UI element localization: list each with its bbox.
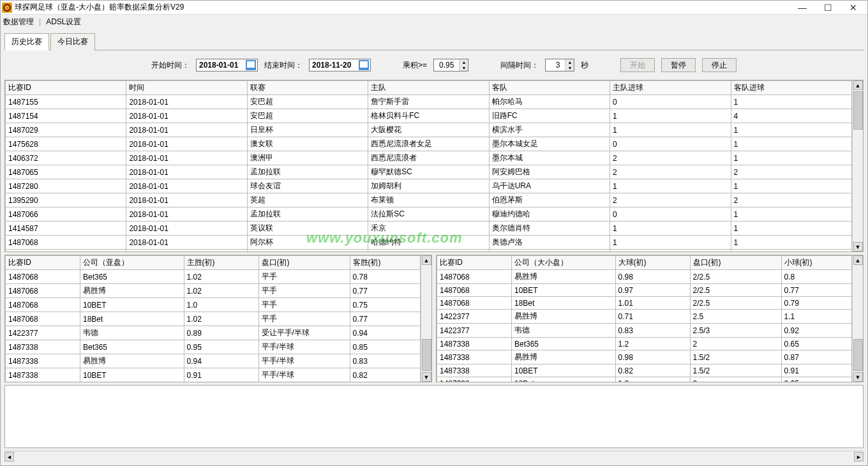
column-header[interactable]: 小球(初) [781,256,852,270]
table-cell: 易胜博 [512,310,616,324]
chevron-down-icon[interactable]: ▼ [459,65,468,71]
column-header[interactable]: 联赛 [247,81,368,95]
column-header[interactable]: 客队 [489,81,610,95]
start-button[interactable]: 开始 [620,58,655,72]
table-cell: 0.87 [781,350,852,365]
close-button[interactable]: ✕ [841,1,866,14]
column-header[interactable]: 客胜(初) [350,256,421,270]
table-row[interactable]: 14063722018-01-01澳洲甲西悉尼流浪者墨尔本城21 [6,151,852,165]
table-row[interactable]: 1487068易胜博0.982/2.50.8 [437,270,852,284]
mult-spinner[interactable]: 0.95 ▲▼ [433,59,468,71]
bottom-scrollbar[interactable]: ◄ ► [4,451,864,462]
table-row[interactable]: 148706810BET1.0平手0.75 [6,298,421,312]
column-header[interactable]: 时间 [126,81,247,95]
scroll-thumb[interactable] [853,91,863,130]
table-cell: 1487068 [437,284,512,297]
scroll-down-icon[interactable]: ▼ [853,242,863,252]
table-row[interactable]: 1487338易胜博0.981.5/20.87 [437,350,852,365]
interval-spinner[interactable]: 3 ▲▼ [545,59,574,71]
table-cell: 10BET [512,284,616,297]
table-row[interactable]: 14870292018-01-01日皇杯大阪樱花横滨水手11 [6,123,852,137]
start-date-input[interactable]: 2018-01-01 [196,59,258,71]
table-row[interactable]: 14145872018-01-01英议联禾京奥尔德肖特11 [6,222,852,236]
left-scrollbar[interactable]: ▲ ▼ [421,255,431,382]
log-area[interactable] [4,385,864,448]
table-row[interactable]: 148733810BET0.91平手/半球0.82 [6,368,421,382]
table-cell: 0.78 [350,270,421,284]
scroll-up-icon[interactable]: ▲ [853,80,863,90]
calendar-icon[interactable] [246,60,256,70]
table-cell: 格林贝料斗FC [368,109,489,123]
table-row[interactable]: 14870652018-01-01孟加拉联穆罕默德SC阿安姆巴格22 [6,165,852,179]
left-table[interactable]: 比赛ID公司（亚盘）主胜(初)盘口(初)客胜(初)1487068Bet3651.… [5,255,421,382]
stop-button[interactable]: 停止 [702,58,737,72]
table-row[interactable]: 148706818Bet1.012/2.50.79 [437,297,852,310]
tab-today[interactable]: 今日比赛 [50,33,95,50]
scroll-right-icon[interactable]: ► [854,452,864,462]
table-cell: 孟加拉联 [247,207,368,222]
table-row[interactable]: 1422377韦德0.89受让平手/半球0.94 [6,326,421,340]
chevron-up-icon[interactable]: ▲ [565,59,574,65]
pause-button[interactable]: 暂停 [661,58,696,72]
minimize-button[interactable]: — [789,1,815,14]
scroll-up-icon[interactable]: ▲ [422,255,431,265]
table-row[interactable]: 1487338Bet3650.95平手/半球0.85 [6,340,421,354]
scroll-thumb[interactable] [422,339,431,371]
column-header[interactable]: 主队进球 [610,81,731,95]
main-scrollbar[interactable]: ▲ ▼ [852,80,863,252]
table-cell: 4 [731,109,851,123]
table-row[interactable]: 14871552018-01-01安巴超詹宁斯手雷帕尔哈马01 [6,95,852,109]
table-cell: 李斯顿 [489,250,610,252]
table-row[interactable]: 13952902018-01-01英超布莱顿伯恩茅斯22 [6,193,852,207]
column-header[interactable]: 大球(初) [615,256,690,270]
menu-data-mgmt[interactable]: 数据管理 [3,17,34,27]
table-cell: 易胜博 [80,354,184,368]
right-table[interactable]: 比赛ID公司（大小盘）大球(初)盘口(初)小球(初)1487068易胜博0.98… [437,255,852,382]
column-header[interactable]: 盘口(初) [690,256,781,270]
scroll-down-icon[interactable]: ▼ [422,372,431,382]
calendar-icon[interactable] [359,60,369,70]
table-row[interactable]: 14870682018-01-01阿尔杯哈德约特奥德卢洛11 [6,236,852,250]
column-header[interactable]: 公司（大小盘） [512,256,616,270]
table-row[interactable]: 1487338易胜博0.94平手/半球0.83 [6,354,421,368]
tab-history[interactable]: 历史比赛 [4,33,49,50]
main-table[interactable]: 比赛ID时间联赛主队客队主队进球客队进球14871552018-01-01安巴超… [5,80,852,252]
column-header[interactable]: 盘口(初) [258,256,350,270]
table-row[interactable]: 14756282018-01-01澳女联西悉尼流浪者女足墨尔本城女足01 [6,137,852,151]
chevron-down-icon[interactable]: ▼ [565,65,574,71]
table-row[interactable]: 1487338Bet3651.220.65 [437,338,852,350]
scroll-thumb[interactable] [853,339,863,371]
table-cell: 1487068 [6,284,80,298]
table-row[interactable]: 148706810BET0.972/2.50.77 [437,284,852,297]
column-header[interactable]: 客队进球 [731,81,851,95]
table-row[interactable]: 1422377易胜博0.712.51.1 [437,310,852,324]
table-row[interactable]: 148733818Bet1.220.65 [437,377,852,382]
table-row[interactable]: 1422377韦德0.832.5/30.92 [437,324,852,338]
scroll-down-icon[interactable]: ▼ [853,372,863,382]
column-header[interactable]: 比赛ID [6,81,126,95]
table-row[interactable]: 1487068Bet3651.02平手0.78 [6,270,421,284]
column-header[interactable]: 公司（亚盘） [80,256,184,270]
table-row[interactable]: 14872802018-01-01球会友谊加姆胡利乌干达URA11 [6,179,852,193]
maximize-button[interactable]: ☐ [815,1,841,14]
column-header[interactable]: 主队 [368,81,489,95]
end-date-input[interactable]: 2018-11-20 [309,59,371,71]
table-row[interactable]: 14870662018-01-01孟加拉联法拉斯SC穆迪约德哈01 [6,207,852,222]
chevron-up-icon[interactable]: ▲ [459,59,468,65]
column-header[interactable]: 主胜(初) [184,256,258,270]
column-header[interactable]: 比赛ID [437,256,512,270]
scroll-up-icon[interactable]: ▲ [853,255,863,265]
column-header[interactable]: 比赛ID [6,256,80,270]
table-cell: 0.95 [184,340,258,354]
table-cell: 1487338 [437,338,512,350]
table-row[interactable]: 14871542018-01-01安巴超格林贝料斗FC旧路FC14 [6,109,852,123]
table-row[interactable]: 148733810BET0.821.5/20.91 [437,365,852,377]
table-row[interactable]: 148706818Bet1.02平手0.77 [6,312,421,326]
table-row[interactable]: 1487068易胜博1.02平手0.77 [6,284,421,298]
table-cell: 1 [610,109,731,123]
scroll-left-icon[interactable]: ◄ [4,452,14,462]
table-row[interactable]: 14223772018-01-01英依超尼德威李斯顿15 [6,250,852,252]
menu-adsl[interactable]: ADSL设置 [46,17,81,27]
table-cell: 1487066 [6,207,126,222]
right-scrollbar[interactable]: ▲ ▼ [852,255,863,382]
